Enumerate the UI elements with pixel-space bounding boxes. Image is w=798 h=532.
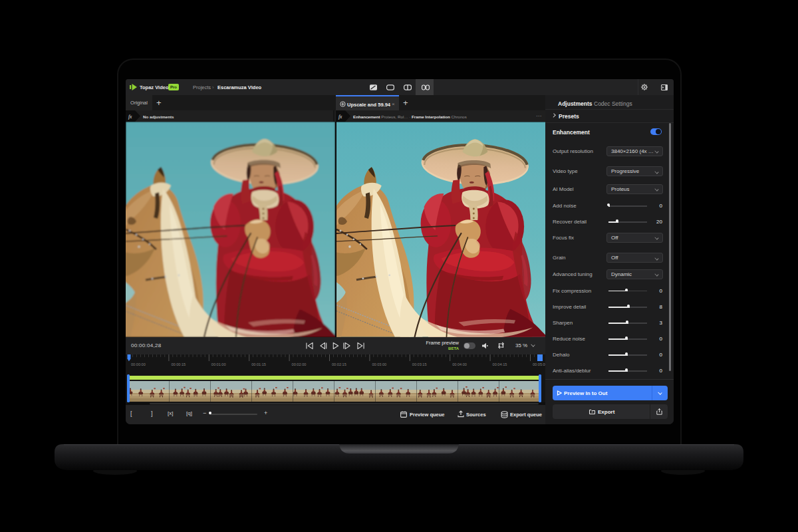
svg-text:00:04:15: 00:04:15 [493, 362, 507, 366]
svg-text:00:01:00: 00:01:00 [211, 362, 226, 366]
svg-text:00:00:00: 00:00:00 [131, 362, 146, 366]
svg-text:00:02:00: 00:02:00 [292, 362, 307, 366]
svg-text:00:04:00: 00:04:00 [452, 362, 467, 366]
svg-text:00:01:15: 00:01:15 [251, 362, 266, 366]
svg-text:00:03:15: 00:03:15 [412, 362, 427, 366]
svg-text:00:00:15: 00:00:15 [171, 362, 186, 366]
svg-text:00:05:00: 00:05:00 [533, 362, 545, 366]
svg-text:00:03:00: 00:03:00 [372, 362, 386, 366]
svg-text:fx: fx [338, 114, 342, 120]
svg-text:00:02:15: 00:02:15 [332, 362, 346, 366]
svg-text:fx: fx [128, 114, 132, 120]
